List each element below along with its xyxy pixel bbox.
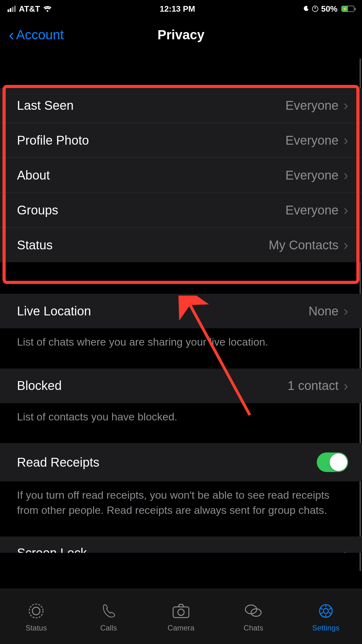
screen-lock-row[interactable]: Screen Lock ›: [0, 536, 362, 553]
privacy-options-group: Last Seen Everyone › Profile Photo Every…: [0, 88, 362, 262]
item-value: My Contacts: [269, 238, 338, 252]
tab-label: Camera: [167, 624, 194, 632]
blocked-row[interactable]: Blocked 1 contact ›: [0, 369, 362, 403]
carrier-label: AT&T: [19, 4, 40, 14]
chevron-right-icon: ›: [343, 303, 348, 319]
item-value: Everyone: [285, 98, 338, 113]
profile-photo-row[interactable]: Profile Photo Everyone ›: [0, 123, 362, 158]
chat-icon: [243, 601, 263, 621]
rotation-lock-icon: [312, 5, 319, 12]
item-label: Blocked: [17, 379, 62, 393]
live-location-row[interactable]: Live Location None ›: [0, 294, 362, 328]
wifi-icon: [43, 5, 52, 12]
item-label: Last Seen: [17, 98, 74, 113]
moon-icon: [303, 6, 309, 12]
svg-rect-4: [173, 607, 189, 618]
item-label: About: [17, 168, 50, 182]
chevron-right-icon: ›: [343, 546, 348, 553]
item-label: Read Receipts: [17, 455, 99, 469]
battery-icon: ⚡: [341, 6, 354, 12]
read-receipts-toggle[interactable]: [317, 452, 348, 472]
last-seen-row[interactable]: Last Seen Everyone ›: [0, 88, 362, 123]
about-row[interactable]: About Everyone ›: [0, 158, 362, 193]
chevron-right-icon: ›: [343, 378, 348, 394]
tab-label: Chats: [244, 624, 263, 632]
item-value: 1 contact: [288, 379, 338, 393]
page-title: Privacy: [157, 27, 204, 42]
read-receipts-footer: If you turn off read receipts, you won't…: [0, 481, 362, 524]
item-label: Screen Lock: [17, 546, 87, 553]
item-value: Everyone: [285, 133, 338, 147]
status-icon: [26, 601, 46, 621]
item-value: Everyone: [285, 203, 338, 217]
tab-label: Calls: [100, 624, 117, 632]
svg-point-5: [178, 609, 184, 615]
blocked-footer: List of contacts you have blocked.: [0, 403, 362, 431]
item-label: Live Location: [17, 304, 91, 318]
chevron-right-icon: ›: [343, 132, 348, 148]
tab-calls[interactable]: Calls: [72, 589, 145, 644]
back-button[interactable]: ‹ Account: [9, 27, 64, 43]
tab-status[interactable]: Status: [0, 589, 72, 644]
tab-camera[interactable]: Camera: [145, 589, 217, 644]
battery-pct-label: 50%: [321, 4, 337, 14]
chevron-right-icon: ›: [343, 237, 348, 253]
read-receipts-row: Read Receipts: [0, 443, 362, 481]
gear-icon: [316, 601, 336, 621]
back-label: Account: [16, 27, 64, 42]
tab-label: Settings: [312, 624, 339, 632]
item-label: Status: [17, 238, 52, 252]
chevron-right-icon: ›: [343, 167, 348, 183]
tab-bar: Status Calls Camera Chats Settings: [0, 589, 362, 644]
signal-icon: [8, 6, 16, 12]
phone-icon: [99, 601, 119, 621]
chevron-right-icon: ›: [343, 202, 348, 218]
time-label: 12:13 PM: [160, 4, 195, 14]
svg-point-7: [251, 609, 261, 616]
groups-row[interactable]: Groups Everyone ›: [0, 193, 362, 228]
item-label: Groups: [17, 203, 58, 217]
tab-label: Status: [25, 624, 47, 632]
chevron-left-icon: ‹: [9, 27, 14, 43]
status-row[interactable]: Status My Contacts ›: [0, 228, 362, 262]
item-label: Profile Photo: [17, 133, 89, 147]
live-location-footer: List of chats where you are sharing your…: [0, 328, 362, 356]
svg-point-9: [323, 608, 328, 613]
navigation-header: ‹ Account Privacy: [0, 18, 362, 52]
item-value: None: [309, 304, 339, 318]
tab-settings[interactable]: Settings: [290, 589, 362, 644]
tab-chats[interactable]: Chats: [217, 589, 289, 644]
camera-icon: [171, 601, 191, 621]
svg-point-2: [29, 604, 43, 618]
item-value: Everyone: [285, 168, 338, 182]
chevron-right-icon: ›: [343, 97, 348, 113]
status-bar: AT&T 12:13 PM 50% ⚡: [0, 0, 362, 18]
svg-point-3: [32, 607, 40, 615]
